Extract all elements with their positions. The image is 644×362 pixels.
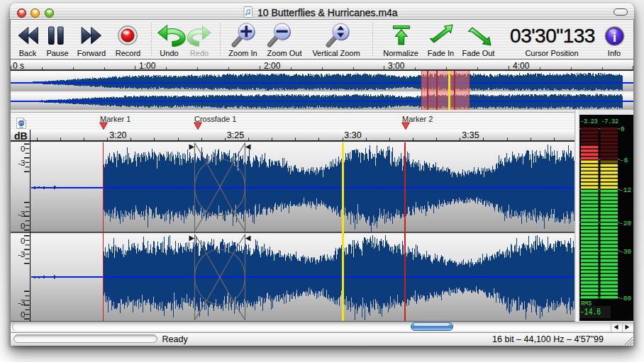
svg-text:-30: -30: [619, 248, 631, 256]
svg-text:-12: -12: [619, 186, 631, 194]
svg-text:0: 0: [621, 125, 625, 133]
svg-text:-60: -60: [619, 295, 631, 302]
svg-text:-20: -20: [619, 220, 631, 227]
svg-text:-6: -6: [620, 157, 628, 164]
